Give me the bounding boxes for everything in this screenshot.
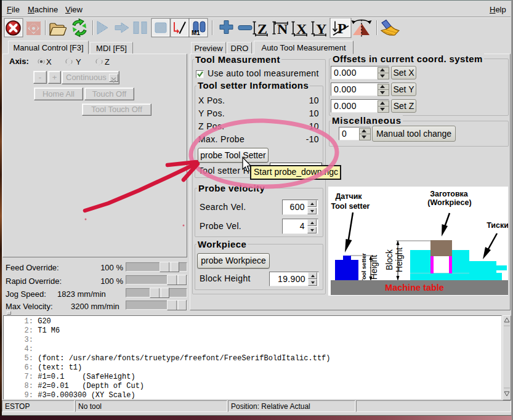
svg-text:Заготовка: Заготовка xyxy=(430,190,469,198)
svg-text:Machine table: Machine table xyxy=(385,283,444,293)
svg-text:Датчик: Датчик xyxy=(335,192,362,201)
svg-text:Block: Block xyxy=(384,249,394,270)
svg-text:Tool setter: Tool setter xyxy=(360,253,367,283)
svg-text:Y: Y xyxy=(316,21,326,37)
svg-text:(Workpiece): (Workpiece) xyxy=(427,198,471,207)
svg-text:Height: Height xyxy=(394,248,404,273)
svg-text:Z: Z xyxy=(257,21,267,37)
svg-text:X: X xyxy=(296,21,307,37)
svg-text:Tool setter: Tool setter xyxy=(331,202,370,211)
svg-text:Тиски: Тиски xyxy=(487,221,508,230)
svg-text:Height: Height xyxy=(369,255,379,280)
svg-text:M1: M1 xyxy=(192,30,200,36)
